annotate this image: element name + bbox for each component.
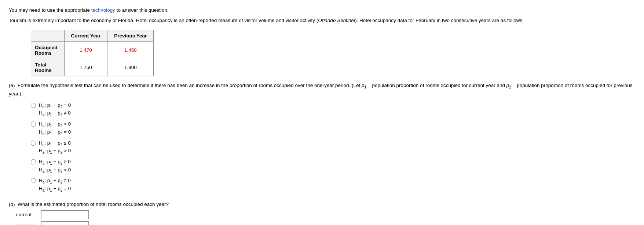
radio-option-4[interactable] — [31, 159, 36, 164]
option-5-text: Ho: p1 − p2 ≠ 0 Ha: p1 − p2 = 0 — [39, 177, 71, 193]
current-input[interactable] — [41, 210, 89, 219]
option-2-ha: Ha: p1 − p2 = 0 — [39, 128, 71, 137]
previous-year-header: Previous Year — [107, 30, 154, 41]
option-3-ha: Ha: p1 − p2 > 0 — [39, 147, 71, 155]
option-4[interactable]: Ho: p1 − p2 ≥ 0 Ha: p1 − p2 < 0 — [31, 158, 635, 174]
part-b-question: (b) What is the estimated proportion of … — [9, 200, 635, 208]
data-table-wrapper: Current Year Previous Year OccupiedRooms… — [31, 30, 635, 76]
option-4-h0: Ho: p1 − p2 ≥ 0 — [39, 158, 71, 166]
radio-option-5[interactable] — [31, 178, 36, 183]
current-label: current — [16, 211, 38, 219]
option-5-ha: Ha: p1 − p2 = 0 — [39, 185, 71, 193]
part-b-label: (b) — [9, 202, 15, 207]
row-label-header — [31, 30, 65, 41]
technology-link[interactable]: technology — [91, 7, 115, 13]
part-a-label: (a) — [9, 83, 15, 88]
radio-option-1[interactable] — [31, 103, 36, 108]
option-1-text: Ho: p1 − p2 = 0 Ha: p1 − p2 ≠ 0 — [39, 102, 71, 117]
hypothesis-options: Ho: p1 − p2 = 0 Ha: p1 − p2 ≠ 0 Ho: p1 −… — [31, 102, 635, 193]
option-3-h0: Ho: p1 − p2 ≤ 0 — [39, 139, 71, 148]
occupied-current-value: 1,470 — [64, 41, 107, 59]
option-2[interactable]: Ho: p1 − p2 < 0 Ha: p1 − p2 = 0 — [31, 120, 635, 136]
occupied-previous-value: 1,458 — [107, 41, 154, 59]
radio-option-3[interactable] — [31, 141, 36, 146]
current-year-header: Current Year — [64, 30, 107, 41]
current-input-row: current — [16, 210, 635, 219]
radio-option-2[interactable] — [31, 121, 36, 127]
option-4-text: Ho: p1 − p2 ≥ 0 Ha: p1 − p2 < 0 — [39, 158, 71, 174]
part-b-section: (b) What is the estimated proportion of … — [9, 200, 635, 225]
option-5[interactable]: Ho: p1 − p2 ≠ 0 Ha: p1 − p2 = 0 — [31, 177, 635, 193]
option-1-h0: Ho: p1 − p2 = 0 — [39, 102, 71, 110]
intro-line2: Tourism is extremely important to the ec… — [9, 17, 635, 24]
option-4-ha: Ha: p1 − p2 < 0 — [39, 166, 71, 174]
occupancy-table: Current Year Previous Year OccupiedRooms… — [31, 30, 154, 76]
option-1[interactable]: Ho: p1 − p2 = 0 Ha: p1 − p2 ≠ 0 — [31, 102, 635, 117]
option-3-text: Ho: p1 − p2 ≤ 0 Ha: p1 − p2 > 0 — [39, 139, 71, 155]
total-rooms-label: TotalRooms — [31, 59, 65, 76]
part-a-question: (a) Formulate the hypothesis test that c… — [9, 81, 635, 98]
total-previous-value: 1,800 — [107, 59, 154, 76]
option-2-text: Ho: p1 − p2 < 0 Ha: p1 − p2 = 0 — [39, 120, 71, 136]
option-3[interactable]: Ho: p1 − p2 ≤ 0 Ha: p1 − p2 > 0 — [31, 139, 635, 155]
previous-input-row: previous — [16, 221, 635, 225]
part-a-section: (a) Formulate the hypothesis test that c… — [9, 81, 635, 193]
option-5-h0: Ho: p1 − p2 ≠ 0 — [39, 177, 71, 185]
table-row: OccupiedRooms 1,470 1,458 — [31, 41, 154, 59]
intro-line1: You may need to use the appropriate tech… — [9, 7, 635, 14]
previous-label: previous — [16, 222, 38, 225]
total-current-value: 1,750 — [64, 59, 107, 76]
table-row: TotalRooms 1,750 1,800 — [31, 59, 154, 76]
occupied-rooms-label: OccupiedRooms — [31, 41, 65, 59]
option-2-h0: Ho: p1 − p2 < 0 — [39, 120, 71, 128]
previous-input[interactable] — [41, 221, 89, 225]
option-1-ha: Ha: p1 − p2 ≠ 0 — [39, 109, 71, 117]
